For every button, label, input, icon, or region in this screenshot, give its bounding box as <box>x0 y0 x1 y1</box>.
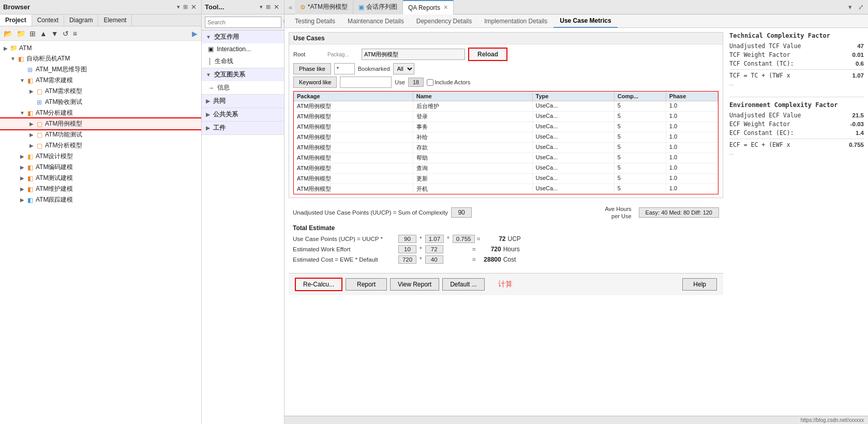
folder-icon-atmfunctest: ▢ <box>35 131 43 139</box>
toolbox-item-info[interactable]: → 信息 <box>202 81 284 94</box>
toolbar-menu[interactable]: ≡ <box>71 28 79 39</box>
tree-item-atm[interactable]: ▶ 📁 ATM <box>0 43 201 53</box>
root-input[interactable] <box>362 49 465 60</box>
tree-arrow-atmmaint[interactable]: ▶ <box>19 186 26 192</box>
browser-float-btn[interactable]: ⊞ <box>182 4 189 10</box>
tree-arrow-atmanal[interactable]: ▼ <box>19 110 26 116</box>
tree-arrow-atm[interactable]: ▶ <box>2 46 9 51</box>
tree-item-atmreqtype[interactable]: ▶ ▢ ATM需求模型 <box>0 86 201 97</box>
tab-project[interactable]: Project <box>0 14 32 26</box>
browser-pin-btn[interactable]: ▾ <box>175 4 182 10</box>
tab-dropdown-btn[interactable]: ▾ <box>846 2 854 12</box>
tree-arrow-atmcode[interactable]: ▶ <box>19 164 26 170</box>
sec-tab-testing[interactable]: Testing Details <box>289 14 341 28</box>
toolbox-titlebar: Tool... ▾ ⊞ ✕ <box>202 0 284 14</box>
toolbox-close-btn[interactable]: ✕ <box>272 3 281 11</box>
bookmarked-select[interactable]: All <box>393 63 414 74</box>
toolbox-pin-btn[interactable]: ▾ <box>258 4 264 10</box>
browser-close-btn[interactable]: ✕ <box>189 3 198 11</box>
table-row-3[interactable]: ATM用例模型 补给 UseCa... 5 1.0 <box>294 132 718 143</box>
keyword-like-button[interactable]: Keyword like <box>293 77 337 88</box>
interaction-icon: ▣ <box>208 46 214 53</box>
tree-item-atmmind[interactable]: ▶ ⊞ ATM_MM思维导图 <box>0 64 201 75</box>
toolbox-section-header-interaction[interactable]: ▼ 交互作用 <box>202 31 284 43</box>
tab-scroll-left-icon[interactable]: « <box>289 3 293 11</box>
recalc-button[interactable]: Re-Calcu... <box>295 278 342 291</box>
tree-item-atmanal[interactable]: ▼ ◧ ATM分析建模 <box>0 108 201 118</box>
tree-item-atmcode[interactable]: ▶ ◧ ATM编码建模 <box>0 162 201 173</box>
report-button[interactable]: Report <box>346 278 387 291</box>
search-input[interactable] <box>205 17 281 28</box>
te-eq-cost: = <box>472 256 476 263</box>
te-row-ucp: Use Case Points (UCP) = UUCP * 90 * 1.07… <box>293 235 719 243</box>
toolbar-arrow-right[interactable]: ▶ <box>190 28 199 39</box>
sec-tab-usecase-metrics[interactable]: Use Case Metrics <box>553 14 617 28</box>
toolbar-folder-open[interactable]: 📂 <box>2 28 14 39</box>
phase-input[interactable] <box>334 63 355 74</box>
view-report-button[interactable]: View Report <box>390 278 439 291</box>
tab-qa-reports[interactable]: QA Reports ✕ <box>403 0 454 14</box>
default-button[interactable]: Default ... <box>442 278 484 291</box>
tree-item-atmverify[interactable]: ▶ ⊞ ATM验收测试 <box>0 97 201 108</box>
table-row-4[interactable]: ATM用例模型 存款 UseCa... 5 1.0 <box>294 143 718 153</box>
table-row-1[interactable]: ATM用例模型 登录 UseCa... 5 1.0 <box>294 112 718 122</box>
toolbar-grid[interactable]: ⊞ <box>28 28 37 39</box>
tree-arrow-atmusecase[interactable]: ▶ <box>28 121 35 127</box>
toolbox-item-lifeline[interactable]: ┆ 生命线 <box>202 55 284 68</box>
te-op-ucp-1: * <box>418 235 423 243</box>
phase-like-button[interactable]: Phase like <box>293 63 331 74</box>
help-button[interactable]: Help <box>682 278 717 291</box>
toolbox-section-header-public[interactable]: ▶ 公共关系 <box>202 108 284 121</box>
sec-tab-maintenance[interactable]: Maintenance Details <box>341 14 410 28</box>
tab-context[interactable]: Context <box>32 14 64 26</box>
tree-arrow-atmmain[interactable]: ▼ <box>9 56 17 62</box>
tree-item-atmtest[interactable]: ▶ ◧ ATM测试建模 <box>0 173 201 184</box>
toolbox-section-header-artifacts[interactable]: ▶ 工件 <box>202 122 284 134</box>
table-row-0[interactable]: ATM用例模型 后台维护 UseCa... 5 1.0 <box>294 101 718 112</box>
tab-atm-usecase-model[interactable]: ⚙ *ATM用例模型 <box>295 0 353 14</box>
tree-item-atmtrace[interactable]: ▶ ◧ ATM跟踪建模 <box>0 194 201 205</box>
toolbar-up[interactable]: ▲ <box>38 28 49 39</box>
include-actors-checkbox[interactable] <box>427 79 433 86</box>
tree-arrow-atmreq[interactable]: ▼ <box>19 78 26 83</box>
tree-item-atmdesign[interactable]: ▶ ◧ ATM设计模型 <box>0 151 201 162</box>
toolbox-float-btn[interactable]: ⊞ <box>264 4 272 10</box>
te-op-cost-1: * <box>418 256 423 263</box>
tree-arrow-atmtest[interactable]: ▶ <box>19 175 26 181</box>
keyword-input[interactable] <box>340 77 392 88</box>
tree-item-atmmaint[interactable]: ▶ ◧ ATM维护建模 <box>0 184 201 194</box>
table-row-5[interactable]: ATM用例模型 帮助 UseCa... 5 1.0 <box>294 153 718 163</box>
table-row-7[interactable]: ATM用例模型 更新 UseCa... 5 1.0 <box>294 174 718 184</box>
toolbox-section-header-common[interactable]: ▶ 共同 <box>202 95 284 108</box>
toolbar-navigate[interactable]: ↺ <box>61 28 70 39</box>
tree-arrow-atmfunctest[interactable]: ▶ <box>28 132 35 138</box>
sec-tab-dependency[interactable]: Dependency Details <box>410 14 478 28</box>
tab-icon-session: ▣ <box>358 4 364 11</box>
toolbox-section-header-relations[interactable]: ▼ 交互图关系 <box>202 68 284 81</box>
tree-arrow-atmtrace[interactable]: ▶ <box>19 197 26 203</box>
toolbox-item-interaction[interactable]: ▣ Interaction... <box>202 43 284 55</box>
td-type-6: UseCa... <box>533 163 615 173</box>
table-row-8[interactable]: ATM用例模型 开机 UseCa... 5 1.0 <box>294 184 718 194</box>
tab-maximize-btn[interactable]: ⤢ <box>856 2 866 12</box>
tree-item-atmanal2[interactable]: ▶ ▢ ATM分析模型 <box>0 140 201 151</box>
td-pkg-3: ATM用例模型 <box>294 132 413 142</box>
tree-arrow-atmanal2[interactable]: ▶ <box>28 143 35 148</box>
tree-arrow-atmdesign[interactable]: ▶ <box>19 154 26 159</box>
sec-tab-implementation[interactable]: Implementation Details <box>478 14 553 28</box>
table-row-6[interactable]: ATM用例模型 查询 UseCa... 5 1.0 <box>294 163 718 174</box>
tab-close-qa[interactable]: ✕ <box>443 4 448 11</box>
tree-item-atmmain[interactable]: ▼ ◧ 自动柜员机ATM <box>0 53 201 64</box>
tree-item-atmfunctest[interactable]: ▶ ▢ ATM功能测试 <box>0 129 201 140</box>
tree-arrow-atmreqtype[interactable]: ▶ <box>28 88 35 94</box>
tab-diagram[interactable]: Diagram <box>64 14 98 26</box>
diagram-icon-atmmind: ⊞ <box>26 66 34 74</box>
table-row-2[interactable]: ATM用例模型 事务 UseCa... 5 1.0 <box>294 122 718 132</box>
tab-element[interactable]: Element <box>98 14 132 26</box>
tab-session-diagram[interactable]: ▣ 会话序列图 <box>353 0 403 14</box>
toolbar-folder[interactable]: 📁 <box>15 28 27 39</box>
tree-item-atmreq[interactable]: ▼ ◧ ATM需求建模 <box>0 75 201 86</box>
reload-button[interactable]: Reload <box>468 48 507 61</box>
toolbar-down[interactable]: ▼ <box>50 28 60 39</box>
tree-item-atmusecase[interactable]: ▶ ▢ ATM用例模型 <box>0 118 201 129</box>
